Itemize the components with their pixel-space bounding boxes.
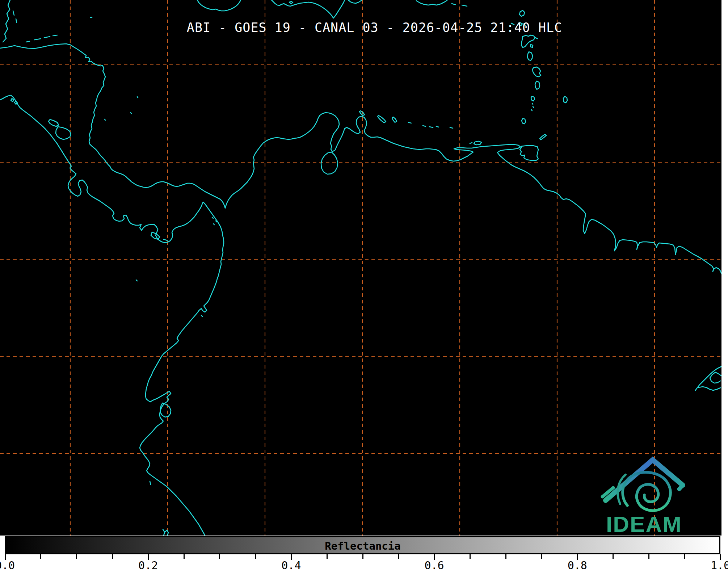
colorbar-tick-label: 0.8 bbox=[568, 559, 587, 571]
figure: ABI - GOES 19 - CANAL 03 - 2026-04-25 21… bbox=[0, 0, 728, 571]
colorbar-tick bbox=[184, 554, 185, 559]
colorbar-tick-label: 0.4 bbox=[281, 559, 301, 571]
logo-text: IDEAM bbox=[606, 512, 682, 536]
colorbar-tick bbox=[398, 554, 399, 559]
colorbar-tick-label: 0.2 bbox=[138, 559, 158, 571]
colorbar-tick bbox=[219, 554, 220, 559]
colorbar-tick bbox=[613, 554, 614, 559]
colorbar-tick-label: 1.0 bbox=[711, 559, 728, 571]
satellite-map: ABI - GOES 19 - CANAL 03 - 2026-04-25 21… bbox=[0, 0, 721, 536]
colorbar-tick bbox=[255, 554, 256, 559]
colorbar-tick bbox=[541, 554, 542, 559]
colorbar-tick bbox=[40, 554, 41, 559]
colorbar-tick bbox=[112, 554, 113, 559]
colorbar-tick bbox=[505, 554, 506, 559]
colorbar-tick bbox=[648, 554, 649, 559]
colorbar-tick-label: 0.6 bbox=[425, 559, 444, 571]
colorbar-tick bbox=[470, 554, 471, 559]
colorbar-tick bbox=[76, 554, 77, 559]
colorbar-tick-label: 0.0 bbox=[0, 559, 15, 571]
colorbar-tick bbox=[327, 554, 328, 559]
colorbar-tick bbox=[684, 554, 685, 559]
ideam-logo: IDEAM bbox=[0, 0, 721, 536]
colorbar-label: Reflectancia bbox=[5, 540, 720, 552]
hurricane-spiral-icon bbox=[618, 472, 670, 511]
colorbar-tick bbox=[362, 554, 363, 559]
